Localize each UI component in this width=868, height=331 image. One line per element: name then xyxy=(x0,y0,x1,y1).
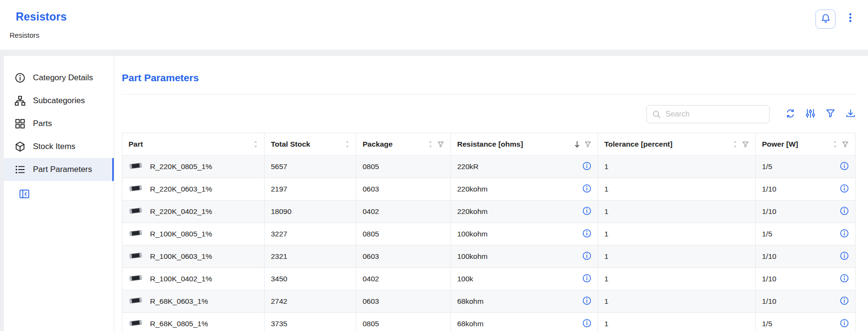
sort-icon[interactable] xyxy=(253,139,258,149)
info-circle-icon xyxy=(582,274,591,284)
main-panel: Category Details Subcategories Parts Sto… xyxy=(4,56,868,331)
filter-button[interactable] xyxy=(825,108,836,120)
hierarchy-icon xyxy=(15,96,25,106)
power-info-button[interactable] xyxy=(840,229,849,239)
column-header-package[interactable]: Package xyxy=(356,133,451,156)
power-info-button[interactable] xyxy=(840,319,849,329)
sidebar-item-label: Parts xyxy=(33,119,52,128)
funnel-icon xyxy=(825,108,836,120)
package-value: 0805 xyxy=(356,156,451,178)
power-info-button[interactable] xyxy=(840,184,849,194)
tolerance-value: 1 xyxy=(598,156,756,178)
sliders-icon xyxy=(805,108,815,120)
power-value: 1/5 xyxy=(762,162,772,171)
column-header-tolerance-percent[interactable]: Tolerance [percent] xyxy=(598,133,756,156)
column-filter-icon[interactable] xyxy=(584,141,591,148)
info-circle-icon xyxy=(840,206,849,217)
resistor-chip-icon xyxy=(129,161,143,172)
sidebar-item-parts[interactable]: Parts xyxy=(4,112,114,135)
power-value: 1/5 xyxy=(762,320,772,328)
resistance-info-button[interactable] xyxy=(582,184,591,194)
overflow-menu-button[interactable] xyxy=(843,10,857,27)
kebab-icon xyxy=(845,12,856,24)
resistor-chip-icon xyxy=(129,184,143,194)
column-settings-button[interactable] xyxy=(805,108,815,120)
resistance-info-button[interactable] xyxy=(582,206,591,217)
total-stock-value: 2742 xyxy=(265,290,356,313)
download-button[interactable] xyxy=(846,108,856,120)
list-icon xyxy=(15,164,25,175)
resistor-chip-icon xyxy=(129,229,143,239)
tolerance-value: 1 xyxy=(598,223,756,246)
table-row[interactable]: R_220K_0402_1% 18090 0402 220kohm 1 1/10 xyxy=(122,201,856,223)
part-name: R_100K_0805_1% xyxy=(150,230,212,238)
resistance-value: 100k xyxy=(457,275,473,283)
column-header-label: Part xyxy=(129,140,249,149)
resistance-value: 100kohm xyxy=(457,252,488,261)
resistance-info-button[interactable] xyxy=(582,229,591,239)
power-info-button[interactable] xyxy=(840,296,849,307)
table-row[interactable]: R_100K_0805_1% 3227 0805 100kohm 1 1/5 xyxy=(122,223,856,246)
refresh-button[interactable] xyxy=(785,108,795,120)
table-row[interactable]: R_68K_0603_1% 2742 0603 68kohm 1 1/10 xyxy=(122,290,856,313)
table-row[interactable]: R_100K_0603_1% 2321 0603 100kohm 1 1/10 xyxy=(122,246,856,268)
info-circle-icon xyxy=(840,251,849,262)
sort-icon[interactable] xyxy=(833,139,837,149)
column-header-total-stock[interactable]: Total Stock xyxy=(265,133,356,156)
resistance-info-button[interactable] xyxy=(582,161,591,172)
sort-icon[interactable] xyxy=(733,139,738,149)
resistor-chip-icon xyxy=(129,296,143,307)
search-input[interactable] xyxy=(665,110,764,118)
table-row[interactable]: R_100K_0402_1% 3450 0402 100k 1 1/10 xyxy=(122,268,856,290)
column-header-part[interactable]: Part xyxy=(122,133,265,156)
collapse-sidebar-button[interactable] xyxy=(19,189,30,201)
sort-icon[interactable] xyxy=(574,140,580,149)
package-value: 0402 xyxy=(356,268,451,290)
sidebar-item-subcategories[interactable]: Subcategories xyxy=(4,89,114,112)
sidebar: Category Details Subcategories Parts Sto… xyxy=(4,56,114,331)
table-row[interactable]: R_220K_0805_1% 5657 0805 220kR 1 1/5 xyxy=(122,156,856,178)
power-info-button[interactable] xyxy=(840,251,849,262)
resistance-info-button[interactable] xyxy=(582,296,591,307)
sidebar-item-part-parameters[interactable]: Part Parameters xyxy=(4,158,114,181)
resistance-info-button[interactable] xyxy=(582,251,591,262)
power-info-button[interactable] xyxy=(840,161,849,172)
sidebar-items: Category Details Subcategories Parts Sto… xyxy=(4,66,114,181)
power-info-button[interactable] xyxy=(840,274,849,284)
column-filter-icon[interactable] xyxy=(742,141,749,148)
info-circle-icon xyxy=(840,229,849,239)
resistance-value: 220kR xyxy=(457,162,479,171)
total-stock-value: 5657 xyxy=(265,156,356,178)
power-info-button[interactable] xyxy=(840,206,849,217)
resistance-info-button[interactable] xyxy=(582,274,591,284)
tolerance-value: 1 xyxy=(598,246,756,268)
package-value: 0805 xyxy=(356,313,451,331)
resistance-value: 68kohm xyxy=(457,297,483,306)
content-area: Part Parameters Part Total Stock Packag xyxy=(114,56,868,331)
column-filter-icon[interactable] xyxy=(437,141,444,148)
notifications-button[interactable] xyxy=(815,10,836,29)
table-toolbar xyxy=(122,105,856,123)
column-filter-icon[interactable] xyxy=(842,141,849,148)
total-stock-value: 3735 xyxy=(265,313,356,331)
info-circle-icon xyxy=(582,296,591,307)
info-circle-icon xyxy=(840,184,849,194)
table-row[interactable]: R_220K_0603_1% 2197 0603 220kohm 1 1/10 xyxy=(122,178,856,201)
info-circle-icon xyxy=(582,319,591,329)
sidebar-item-category-details[interactable]: Category Details xyxy=(4,66,114,89)
total-stock-value: 3227 xyxy=(265,223,356,246)
table-row[interactable]: R_68K_0805_1% 3735 0805 68kohm 1 1/5 xyxy=(122,313,856,331)
info-circle-icon xyxy=(582,184,591,194)
column-header-resistance-ohms[interactable]: Resistance [ohms] xyxy=(451,133,598,156)
sort-icon[interactable] xyxy=(345,139,350,149)
resistance-info-button[interactable] xyxy=(582,319,591,329)
sort-icon[interactable] xyxy=(428,139,433,149)
total-stock-value: 3450 xyxy=(265,268,356,290)
column-header-label: Resistance [ohms] xyxy=(457,140,570,149)
tolerance-value: 1 xyxy=(598,268,756,290)
sidebar-item-stock-items[interactable]: Stock Items xyxy=(4,135,114,158)
column-header-power-w[interactable]: Power [W] xyxy=(756,133,856,156)
tolerance-value: 1 xyxy=(598,201,756,223)
collapse-sidebar-icon xyxy=(19,189,30,201)
part-name: R_100K_0402_1% xyxy=(150,275,212,283)
